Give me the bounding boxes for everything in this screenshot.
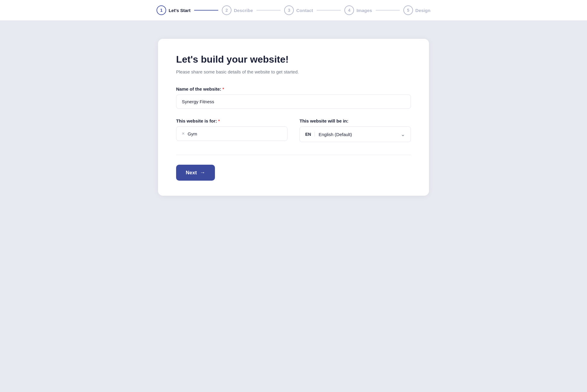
step-circle-3: 3 — [284, 5, 294, 15]
arrow-right-icon: → — [200, 170, 205, 176]
divider — [176, 155, 411, 155]
website-for-group: This website is for: * × Gym — [176, 118, 287, 142]
website-for-select[interactable]: × Gym — [176, 126, 287, 141]
step-circle-4: 4 — [344, 5, 354, 15]
stepper-nav: 1 Let's Start 2 Describe 3 Contact 4 Ima — [0, 0, 587, 21]
lang-value: English (Default) — [318, 132, 398, 137]
form-row: This website is for: * × Gym This websit… — [176, 118, 411, 152]
step-circle-2: 2 — [222, 5, 231, 15]
form-card: Let's build your website! Please share s… — [158, 39, 429, 196]
step-circle-1: 1 — [157, 5, 166, 15]
step-line-1-2 — [194, 10, 218, 11]
step-label-5: Design — [415, 8, 430, 13]
step-label-2: Describe — [234, 8, 253, 13]
step-label-3: Contact — [296, 8, 313, 13]
step-item-3[interactable]: 3 Contact — [284, 5, 313, 15]
website-for-value: Gym — [188, 131, 282, 136]
card-subtitle: Please share some basic details of the w… — [176, 69, 411, 74]
main-content: Let's build your website! Please share s… — [0, 21, 587, 392]
next-button[interactable]: Next → — [176, 165, 215, 181]
step-circle-5: 5 — [403, 5, 413, 15]
step-label-1: Let's Start — [169, 8, 191, 13]
website-name-group: Name of the website: * — [176, 86, 411, 109]
step-item-4[interactable]: 4 Images — [344, 5, 372, 15]
card-title: Let's build your website! — [176, 54, 411, 65]
website-lang-group: This website will be in: EN English (Def… — [300, 118, 411, 142]
next-button-label: Next — [186, 170, 197, 176]
step-line-4-5 — [376, 10, 400, 11]
website-for-required: * — [218, 119, 220, 123]
website-for-label: This website is for: * — [176, 118, 287, 123]
clear-icon[interactable]: × — [182, 131, 185, 136]
step-item-5[interactable]: 5 Design — [403, 5, 430, 15]
website-name-required: * — [222, 87, 224, 92]
step-label-4: Images — [356, 8, 372, 13]
website-name-input[interactable] — [176, 95, 411, 109]
step-line-3-4 — [317, 10, 341, 11]
lang-code: EN — [305, 132, 315, 137]
step-item-1[interactable]: 1 Let's Start — [157, 5, 191, 15]
website-lang-label: This website will be in: — [300, 118, 411, 123]
website-name-label: Name of the website: * — [176, 86, 411, 92]
language-select[interactable]: EN English (Default) ⌄ — [300, 126, 411, 142]
step-item-2[interactable]: 2 Describe — [222, 5, 253, 15]
chevron-down-icon: ⌄ — [401, 131, 405, 138]
step-line-2-3 — [256, 10, 281, 11]
